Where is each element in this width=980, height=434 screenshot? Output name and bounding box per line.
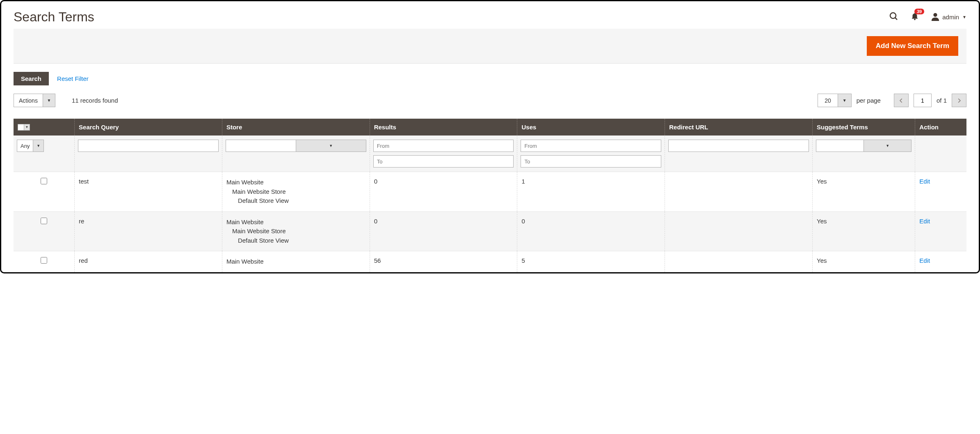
row-checkbox[interactable] [41, 218, 47, 224]
cell-results: 56 [370, 251, 517, 272]
filter-uses-to-input[interactable] [521, 155, 661, 168]
col-header-action: Action [915, 119, 966, 135]
cell-suggested: Yes [813, 251, 915, 272]
cell-uses: 1 [517, 172, 665, 212]
chevron-down-icon: ▼ [838, 94, 851, 107]
add-search-term-button[interactable]: Add New Search Term [867, 36, 958, 56]
svg-point-2 [914, 19, 916, 21]
per-page-select[interactable]: 20 ▼ [818, 94, 852, 107]
col-header-checkbox: ▼ [14, 119, 75, 135]
filter-results-from-input[interactable] [373, 140, 514, 152]
page-of-text: of 1 [937, 97, 947, 104]
cell-suggested: Yes [813, 172, 915, 212]
cell-results: 0 [370, 172, 517, 212]
filter-search-query-input[interactable] [78, 140, 219, 152]
prev-page-button[interactable] [894, 94, 909, 107]
cell-redirect [665, 251, 813, 272]
account-menu[interactable]: admin ▼ [931, 12, 966, 22]
records-found-text: 11 records found [72, 97, 118, 104]
table-row[interactable]: test Main Website Main Website Store Def… [14, 172, 966, 212]
page-title: Search Terms [14, 9, 94, 25]
edit-link[interactable]: Edit [919, 178, 930, 185]
next-page-button[interactable] [952, 94, 966, 107]
user-icon [931, 12, 940, 22]
svg-point-0 [890, 13, 896, 18]
account-name: admin [942, 14, 959, 21]
cell-store: Main Website [222, 251, 370, 272]
filter-suggested-select[interactable]: ▼ [816, 140, 911, 152]
filter-uses-from-input[interactable] [521, 140, 661, 152]
cell-store: Main Website Main Website Store Default … [222, 211, 370, 251]
per-page-value: 20 [818, 97, 838, 104]
filter-any-select[interactable]: Any▼ [17, 140, 44, 152]
filter-results-to-input[interactable] [373, 155, 514, 168]
notifications-button[interactable]: 39 [910, 12, 919, 22]
per-page-label: per page [857, 97, 881, 104]
cell-query: red [75, 251, 222, 272]
select-all-control[interactable]: ▼ [18, 124, 70, 131]
edit-link[interactable]: Edit [919, 218, 930, 225]
bell-icon [910, 16, 919, 22]
notification-badge: 39 [914, 9, 924, 14]
table-row[interactable]: re Main Website Main Website Store Defau… [14, 211, 966, 251]
row-checkbox[interactable] [41, 257, 47, 264]
search-terms-table: ▼ Search Query Store Results Uses Redire… [14, 119, 966, 272]
search-button[interactable]: Search [14, 72, 49, 85]
reset-filter-link[interactable]: Reset Filter [57, 75, 89, 82]
col-header-redirect-url[interactable]: Redirect URL [665, 119, 813, 135]
search-icon[interactable] [889, 11, 899, 23]
filter-redirect-input[interactable] [668, 140, 809, 152]
cell-query: test [75, 172, 222, 212]
svg-point-3 [934, 13, 937, 17]
cell-results: 0 [370, 211, 517, 251]
col-header-suggested[interactable]: Suggested Terms [813, 119, 915, 135]
page-number-input[interactable] [914, 94, 932, 107]
col-header-uses[interactable]: Uses [517, 119, 665, 135]
chevron-down-icon: ▼ [962, 15, 966, 19]
cell-redirect [665, 172, 813, 212]
chevron-down-icon: ▼ [43, 94, 55, 107]
table-row[interactable]: red Main Website 56 5 Yes Edit [14, 251, 966, 272]
col-header-results[interactable]: Results [370, 119, 517, 135]
cell-redirect [665, 211, 813, 251]
cell-store: Main Website Main Website Store Default … [222, 172, 370, 212]
mass-actions-label: Actions [14, 97, 43, 104]
filter-store-select[interactable]: ▼ [226, 140, 366, 152]
cell-suggested: Yes [813, 211, 915, 251]
col-header-search-query[interactable]: Search Query [75, 119, 222, 135]
cell-query: re [75, 211, 222, 251]
cell-uses: 5 [517, 251, 665, 272]
col-header-store[interactable]: Store [222, 119, 370, 135]
filter-row: Any▼ ▼ [14, 135, 966, 172]
edit-link[interactable]: Edit [919, 257, 930, 264]
svg-line-1 [895, 18, 897, 20]
row-checkbox[interactable] [41, 178, 47, 184]
mass-actions-select[interactable]: Actions ▼ [14, 94, 55, 107]
cell-uses: 0 [517, 211, 665, 251]
